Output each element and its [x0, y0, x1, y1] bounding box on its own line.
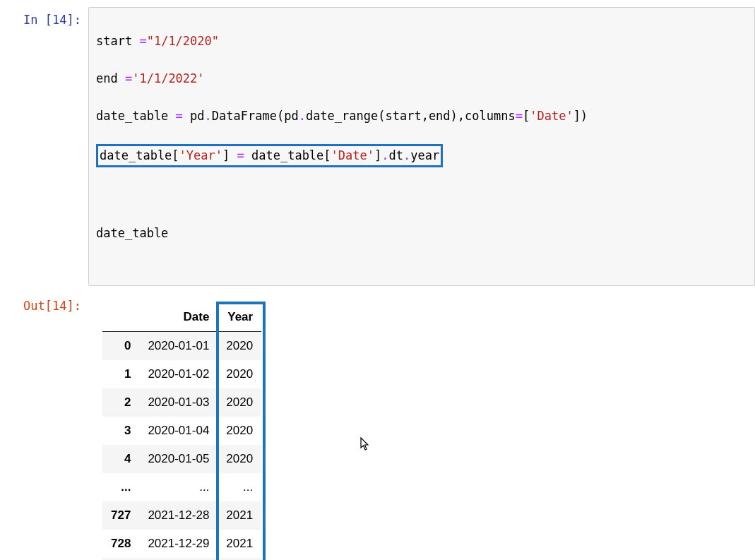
- cell-year: ...: [218, 473, 261, 501]
- cell-year: 2020: [218, 331, 261, 360]
- cell-date: 2020-01-02: [139, 360, 218, 388]
- output-prompt: Out[14]:: [7, 293, 88, 313]
- input-prompt: In [14]:: [7, 7, 88, 27]
- cell-date: 2021-12-28: [139, 501, 218, 530]
- cell-date: ...: [139, 473, 218, 501]
- code-line-2: end ='1/1/2022': [96, 69, 747, 88]
- table-row: 22020-01-032020: [102, 388, 261, 417]
- row-index: 727: [102, 501, 139, 530]
- table-row: 32020-01-042020: [102, 417, 261, 445]
- cell-year: 2020: [218, 360, 261, 388]
- cell-year: 2020: [218, 388, 261, 417]
- cell-year: 2020: [218, 445, 261, 473]
- row-index: 3: [102, 417, 139, 445]
- cursor-icon: [360, 437, 371, 455]
- cell-date: 2020-01-01: [139, 331, 218, 360]
- code-editor[interactable]: start ="1/1/2020" end ='1/1/2022' date_t…: [88, 7, 755, 286]
- row-index: 4: [102, 445, 139, 473]
- code-line-4-highlight: date_table['Year'] = date_table['Date'].…: [96, 143, 747, 167]
- row-index: 2: [102, 388, 139, 417]
- index-header: [102, 303, 139, 332]
- cell-year: 2021: [218, 501, 261, 530]
- table-row: .........: [102, 473, 261, 501]
- dataframe-table: Date Year 02020-01-01202012020-01-022020…: [102, 303, 261, 560]
- cell-date: 2020-01-05: [139, 445, 218, 473]
- dataframe-wrap: Date Year 02020-01-01202012020-01-022020…: [88, 297, 261, 560]
- cell-year: 2021: [218, 530, 261, 558]
- cell-year: 2020: [218, 417, 261, 445]
- header-row: Date Year: [102, 303, 261, 332]
- col-header-date: Date: [139, 303, 218, 332]
- table-row: 7272021-12-282021: [102, 501, 261, 530]
- table-row: 7282021-12-292021: [102, 530, 261, 558]
- row-index: ...: [102, 473, 139, 501]
- code-line-6: date_table: [96, 224, 747, 242]
- row-index: 0: [102, 331, 139, 360]
- row-index: 728: [102, 530, 139, 558]
- code-line-3: date_table = pd.DataFrame(pd.date_range(…: [96, 107, 747, 125]
- cell-date: 2020-01-03: [139, 388, 218, 417]
- table-row: 02020-01-012020: [102, 331, 261, 360]
- row-index: 1: [102, 360, 139, 388]
- table-row: 12020-01-022020: [102, 360, 261, 388]
- code-line-5-blank: [96, 186, 747, 205]
- output-area: Date Year 02020-01-01202012020-01-022020…: [88, 293, 755, 560]
- cell-date: 2020-01-04: [139, 417, 218, 445]
- code-line-1: start ="1/1/2020": [96, 32, 747, 50]
- output-cell: Out[14]: Date Year 02020-01-01202012020-…: [7, 293, 755, 560]
- cell-date: 2021-12-29: [139, 530, 218, 558]
- col-header-year: Year: [218, 303, 261, 332]
- input-cell: In [14]: start ="1/1/2020" end ='1/1/202…: [7, 7, 755, 286]
- table-row: 42020-01-052020: [102, 445, 261, 473]
